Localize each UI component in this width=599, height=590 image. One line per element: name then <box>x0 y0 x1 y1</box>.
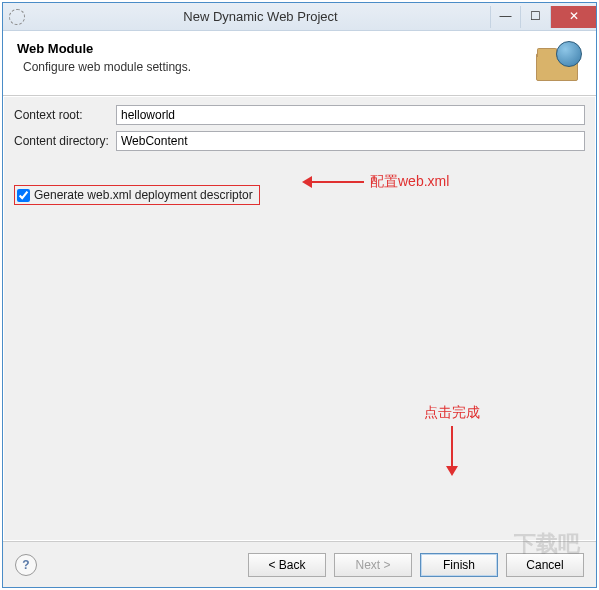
finish-button[interactable]: Finish <box>420 553 498 577</box>
content-area: Context root: Content directory: Generat… <box>3 96 596 541</box>
context-root-row: Context root: <box>14 105 585 125</box>
window-controls: — ☐ ✕ <box>490 6 596 28</box>
content-directory-label: Content directory: <box>14 134 116 148</box>
page-subtitle: Configure web module settings. <box>17 60 534 74</box>
page-title: Web Module <box>17 41 534 56</box>
window-title: New Dynamic Web Project <box>31 9 490 24</box>
dialog-window: New Dynamic Web Project — ☐ ✕ Web Module… <box>2 2 597 588</box>
close-button[interactable]: ✕ <box>550 6 596 28</box>
annotation-click-finish-text: 点击完成 <box>424 404 480 420</box>
generate-xml-checkbox[interactable] <box>17 189 30 202</box>
titlebar: New Dynamic Web Project — ☐ ✕ <box>3 3 596 31</box>
web-project-icon <box>534 41 582 83</box>
next-button[interactable]: Next > <box>334 553 412 577</box>
arrow-down-icon <box>451 426 453 474</box>
context-root-input[interactable] <box>116 105 585 125</box>
context-root-label: Context root: <box>14 108 116 122</box>
annotation-config-web: 配置web.xml <box>304 173 449 191</box>
annotation-click-finish: 点击完成 <box>424 404 480 474</box>
content-directory-input[interactable] <box>116 131 585 151</box>
wizard-header: Web Module Configure web module settings… <box>3 31 596 96</box>
minimize-button[interactable]: — <box>490 6 520 28</box>
eclipse-icon <box>9 9 25 25</box>
header-text: Web Module Configure web module settings… <box>17 41 534 74</box>
arrow-left-icon <box>304 181 364 183</box>
button-bar: ? < Back Next > Finish Cancel <box>3 541 596 587</box>
cancel-button[interactable]: Cancel <box>506 553 584 577</box>
back-button[interactable]: < Back <box>248 553 326 577</box>
annotation-config-web-text: 配置web.xml <box>370 173 449 191</box>
maximize-button[interactable]: ☐ <box>520 6 550 28</box>
help-button[interactable]: ? <box>15 554 37 576</box>
generate-xml-checkbox-wrap: Generate web.xml deployment descriptor <box>14 185 260 205</box>
content-directory-row: Content directory: <box>14 131 585 151</box>
generate-xml-label: Generate web.xml deployment descriptor <box>34 188 253 202</box>
